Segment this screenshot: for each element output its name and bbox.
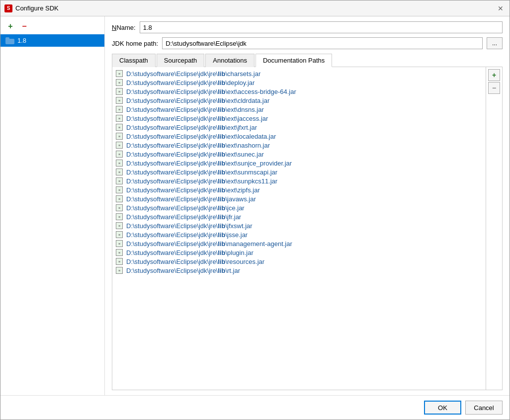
file-path: D:\studysoftware\Eclipse\jdk\jre\lib\res… bbox=[126, 258, 264, 265]
tab-content: ≡D:\studysoftware\Eclipse\jdk\jre\lib\ch… bbox=[112, 67, 503, 390]
file-list: ≡D:\studysoftware\Eclipse\jdk\jre\lib\ch… bbox=[112, 67, 486, 390]
jar-file-icon: ≡ bbox=[115, 123, 123, 131]
list-item[interactable]: ≡D:\studysoftware\Eclipse\jdk\jre\lib\ex… bbox=[112, 150, 486, 159]
file-path: D:\studysoftware\Eclipse\jdk\jre\lib\jss… bbox=[126, 231, 248, 239]
sidebar: + − 1.8 bbox=[0, 16, 105, 395]
jar-file-icon: ≡ bbox=[115, 249, 123, 256]
file-path: D:\studysoftware\Eclipse\jdk\jre\lib\ext… bbox=[126, 177, 277, 185]
file-path: D:\studysoftware\Eclipse\jdk\jre\lib\man… bbox=[126, 240, 292, 248]
file-path: D:\studysoftware\Eclipse\jdk\jre\lib\jav… bbox=[126, 195, 256, 203]
file-path: D:\studysoftware\Eclipse\jdk\jre\lib\jfx… bbox=[126, 222, 253, 230]
folder-icon bbox=[5, 37, 14, 44]
file-path: D:\studysoftware\Eclipse\jdk\jre\lib\ext… bbox=[126, 88, 296, 95]
file-path: D:\studysoftware\Eclipse\jdk\jre\lib\cha… bbox=[126, 70, 260, 78]
list-item[interactable]: ≡D:\studysoftware\Eclipse\jdk\jre\lib\ma… bbox=[112, 239, 486, 248]
jar-file-icon: ≡ bbox=[115, 132, 123, 140]
list-item[interactable]: ≡D:\studysoftware\Eclipse\jdk\jre\lib\ex… bbox=[112, 132, 486, 141]
jar-file-icon: ≡ bbox=[115, 231, 123, 239]
file-path: D:\studysoftware\Eclipse\jdk\jre\lib\ext… bbox=[126, 142, 270, 149]
file-path: D:\studysoftware\Eclipse\jdk\jre\lib\ext… bbox=[126, 151, 264, 158]
list-remove-button[interactable]: − bbox=[488, 82, 500, 94]
file-path: D:\studysoftware\Eclipse\jdk\jre\lib\rt.… bbox=[126, 267, 240, 274]
list-item[interactable]: ≡D:\studysoftware\Eclipse\jdk\jre\lib\ch… bbox=[112, 69, 486, 78]
name-label: NName: bbox=[112, 24, 136, 31]
jdk-path-field-row: JDK home path: ... bbox=[112, 37, 503, 49]
file-path: D:\studysoftware\Eclipse\jdk\jre\lib\plu… bbox=[126, 249, 254, 256]
file-path: D:\studysoftware\Eclipse\jdk\jre\lib\ext… bbox=[126, 97, 269, 104]
tab-annotations[interactable]: Annotations bbox=[205, 54, 255, 67]
jar-file-icon: ≡ bbox=[115, 266, 123, 274]
window-title: Configure SDK bbox=[15, 4, 59, 12]
list-item[interactable]: ≡D:\studysoftware\Eclipse\jdk\jre\lib\jf… bbox=[112, 212, 486, 221]
list-add-button[interactable]: + bbox=[488, 69, 500, 81]
jar-file-icon: ≡ bbox=[115, 177, 123, 185]
tabs-container: Classpath Sourcepath Annotations Documen… bbox=[112, 53, 503, 67]
name-field-row: NName: bbox=[112, 21, 503, 33]
file-path: D:\studysoftware\Eclipse\jdk\jre\lib\jfr… bbox=[126, 213, 241, 221]
cancel-button[interactable]: Cancel bbox=[465, 401, 503, 415]
file-path: D:\studysoftware\Eclipse\jdk\jre\lib\jce… bbox=[126, 204, 245, 212]
list-item[interactable]: ≡D:\studysoftware\Eclipse\jdk\jre\lib\de… bbox=[112, 78, 486, 87]
jar-file-icon: ≡ bbox=[115, 114, 123, 122]
jar-file-icon: ≡ bbox=[115, 70, 123, 78]
list-item[interactable]: ≡D:\studysoftware\Eclipse\jdk\jre\lib\jc… bbox=[112, 203, 486, 212]
file-path: D:\studysoftware\Eclipse\jdk\jre\lib\ext… bbox=[126, 186, 260, 194]
tab-sourcepath[interactable]: Sourcepath bbox=[157, 54, 205, 67]
ok-button[interactable]: OK bbox=[424, 401, 461, 415]
jar-file-icon: ≡ bbox=[115, 96, 123, 104]
list-item[interactable]: ≡D:\studysoftware\Eclipse\jdk\jre\lib\jf… bbox=[112, 221, 486, 230]
list-item[interactable]: ≡D:\studysoftware\Eclipse\jdk\jre\lib\rt… bbox=[112, 266, 486, 275]
list-item[interactable]: ≡D:\studysoftware\Eclipse\jdk\jre\lib\ex… bbox=[112, 159, 486, 168]
list-item[interactable]: ≡D:\studysoftware\Eclipse\jdk\jre\lib\ex… bbox=[112, 168, 486, 176]
jar-file-icon: ≡ bbox=[115, 186, 123, 194]
list-item[interactable]: ≡D:\studysoftware\Eclipse\jdk\jre\lib\ex… bbox=[112, 185, 486, 194]
list-item[interactable]: ≡D:\studysoftware\Eclipse\jdk\jre\lib\ex… bbox=[112, 114, 486, 123]
sidebar-add-button[interactable]: + bbox=[4, 20, 16, 32]
tab-classpath[interactable]: Classpath bbox=[112, 54, 156, 67]
jar-file-icon: ≡ bbox=[115, 213, 123, 221]
list-item[interactable]: ≡D:\studysoftware\Eclipse\jdk\jre\lib\ex… bbox=[112, 105, 486, 114]
jdk-path-input[interactable] bbox=[162, 37, 483, 49]
title-bar-left: S Configure SDK bbox=[4, 4, 59, 12]
jar-file-icon: ≡ bbox=[115, 168, 123, 176]
list-item[interactable]: ≡D:\studysoftware\Eclipse\jdk\jre\lib\re… bbox=[112, 257, 486, 266]
jar-file-icon: ≡ bbox=[115, 141, 123, 149]
sidebar-remove-button[interactable]: − bbox=[18, 20, 30, 32]
title-bar: S Configure SDK ✕ bbox=[0, 0, 510, 16]
list-item[interactable]: ≡D:\studysoftware\Eclipse\jdk\jre\lib\ja… bbox=[112, 194, 486, 203]
jar-file-icon: ≡ bbox=[115, 204, 123, 212]
app-icon: S bbox=[4, 4, 12, 12]
sidebar-item-label: 1.8 bbox=[17, 37, 26, 44]
jar-file-icon: ≡ bbox=[115, 159, 123, 167]
sidebar-item-1.8[interactable]: 1.8 bbox=[0, 34, 104, 47]
list-item[interactable]: ≡D:\studysoftware\Eclipse\jdk\jre\lib\js… bbox=[112, 230, 486, 239]
main-panel: NName: JDK home path: ... Classpath Sour… bbox=[105, 16, 510, 395]
jar-file-icon: ≡ bbox=[115, 87, 123, 95]
file-path: D:\studysoftware\Eclipse\jdk\jre\lib\ext… bbox=[126, 115, 268, 122]
jar-file-icon: ≡ bbox=[115, 222, 123, 230]
jar-file-icon: ≡ bbox=[115, 79, 123, 86]
list-item[interactable]: ≡D:\studysoftware\Eclipse\jdk\jre\lib\ex… bbox=[112, 176, 486, 185]
browse-button[interactable]: ... bbox=[487, 37, 503, 49]
file-path: D:\studysoftware\Eclipse\jdk\jre\lib\ext… bbox=[126, 160, 292, 167]
jar-file-icon: ≡ bbox=[115, 195, 123, 203]
list-item[interactable]: ≡D:\studysoftware\Eclipse\jdk\jre\lib\ex… bbox=[112, 87, 486, 96]
list-item[interactable]: ≡D:\studysoftware\Eclipse\jdk\jre\lib\pl… bbox=[112, 248, 486, 257]
jar-file-icon: ≡ bbox=[115, 150, 123, 158]
list-item[interactable]: ≡D:\studysoftware\Eclipse\jdk\jre\lib\ex… bbox=[112, 123, 486, 132]
jar-file-icon: ≡ bbox=[115, 257, 123, 265]
jdk-label: JDK home path: bbox=[112, 40, 158, 47]
list-item[interactable]: ≡D:\studysoftware\Eclipse\jdk\jre\lib\ex… bbox=[112, 96, 486, 105]
configure-sdk-window: S Configure SDK ✕ + − 1.8 NName: bbox=[0, 0, 510, 420]
sidebar-toolbar: + − bbox=[0, 18, 104, 34]
footer: OK Cancel bbox=[0, 395, 510, 420]
close-button[interactable]: ✕ bbox=[496, 3, 506, 13]
name-input[interactable] bbox=[140, 21, 503, 33]
window-body: + − 1.8 NName: JDK home path: ... bbox=[0, 16, 510, 395]
jar-file-icon: ≡ bbox=[115, 105, 123, 113]
file-path: D:\studysoftware\Eclipse\jdk\jre\lib\ext… bbox=[126, 133, 276, 140]
list-item[interactable]: ≡D:\studysoftware\Eclipse\jdk\jre\lib\ex… bbox=[112, 141, 486, 150]
tab-documentation-paths[interactable]: Documentation Paths bbox=[255, 54, 332, 67]
file-path: D:\studysoftware\Eclipse\jdk\jre\lib\ext… bbox=[126, 106, 264, 113]
file-path: D:\studysoftware\Eclipse\jdk\jre\lib\ext… bbox=[126, 124, 257, 131]
